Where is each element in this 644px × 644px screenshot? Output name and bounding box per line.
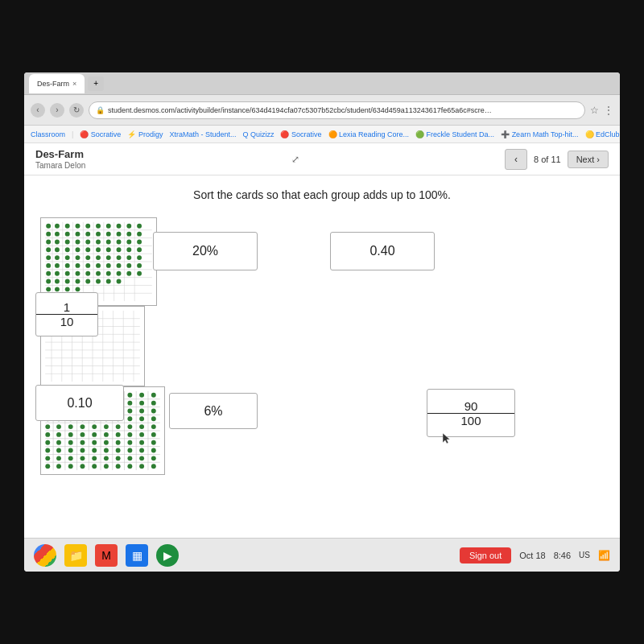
bookmark-edclub[interactable]: 🟡 EdClub xyxy=(585,130,620,138)
bookmark-lexia[interactable]: 🟠 Lexia Reading Core... xyxy=(328,130,410,138)
browser-bar: ‹ › ↻ 🔒 student.desmos.com/activitybuild… xyxy=(24,95,620,126)
card-fraction-1-10[interactable]: 1 10 xyxy=(35,292,98,336)
svg-point-237 xyxy=(80,464,85,469)
svg-point-73 xyxy=(85,263,90,268)
svg-point-97 xyxy=(46,287,51,291)
svg-point-52 xyxy=(76,247,80,252)
svg-point-27 xyxy=(126,224,131,229)
svg-point-46 xyxy=(117,240,122,245)
svg-point-57 xyxy=(126,247,131,252)
svg-point-92 xyxy=(76,279,80,284)
svg-point-189 xyxy=(104,424,109,429)
svg-point-211 xyxy=(127,440,132,445)
app-nav: ‹ 8 of 11 Next › xyxy=(505,149,609,170)
svg-point-204 xyxy=(45,440,50,445)
bookmarks-bar: Classroom | 🔴 Socrative ⚡ Prodigy XtraMa… xyxy=(24,126,620,143)
svg-point-58 xyxy=(137,247,142,252)
svg-point-186 xyxy=(68,424,73,429)
svg-point-229 xyxy=(104,456,109,460)
svg-point-100 xyxy=(76,287,80,291)
card-0-40[interactable]: 0.40 xyxy=(330,232,435,270)
bookmark-freckle[interactable]: 🟢 Freckle Student Da... xyxy=(415,130,494,138)
bookmark-prodigy[interactable]: ⚡ Prodigy xyxy=(127,130,163,138)
app-title-area: Des-Farm Tamara Delon xyxy=(35,148,85,170)
svg-point-31 xyxy=(65,232,70,237)
svg-point-206 xyxy=(68,440,73,445)
svg-point-36 xyxy=(117,232,122,237)
svg-point-196 xyxy=(68,432,73,437)
prev-page-button[interactable]: ‹ xyxy=(505,149,527,170)
svg-point-35 xyxy=(106,232,111,237)
svg-point-193 xyxy=(151,424,156,429)
active-tab[interactable]: Des-Farm × xyxy=(29,74,85,93)
bookmark-quizizz[interactable]: Q Quizizz xyxy=(242,130,274,138)
svg-point-69 xyxy=(46,263,51,268)
next-page-button[interactable]: Next › xyxy=(568,151,609,168)
svg-point-218 xyxy=(92,448,97,453)
svg-point-194 xyxy=(45,432,50,437)
svg-point-232 xyxy=(139,456,144,460)
svg-point-20 xyxy=(55,224,60,229)
svg-point-89 xyxy=(46,279,51,284)
svg-point-236 xyxy=(68,464,73,469)
svg-point-28 xyxy=(137,224,142,229)
card-0-10[interactable]: 0.10 xyxy=(35,385,124,421)
svg-point-202 xyxy=(139,432,144,437)
files-icon[interactable]: 📁 xyxy=(64,544,87,567)
app-subtitle: Tamara Delon xyxy=(35,161,85,170)
fraction-denominator: 10 xyxy=(36,315,97,328)
svg-point-93 xyxy=(85,279,90,284)
svg-point-59 xyxy=(46,255,51,260)
play-icon[interactable]: ▶ xyxy=(156,544,179,567)
svg-point-234 xyxy=(45,464,50,469)
svg-point-220 xyxy=(116,448,121,453)
page-indicator: 8 of 11 xyxy=(534,155,561,164)
url-text: student.desmos.com/activitybuilder/insta… xyxy=(108,106,494,114)
more-icon[interactable]: ⋮ xyxy=(604,105,613,116)
bookmark-socrative2[interactable]: 🔴 Socrative xyxy=(280,130,321,138)
svg-point-199 xyxy=(104,432,109,437)
svg-point-231 xyxy=(127,456,132,460)
tab-close-icon[interactable]: × xyxy=(72,80,76,88)
svg-point-78 xyxy=(137,263,142,268)
forward-button[interactable]: › xyxy=(50,103,64,118)
svg-point-233 xyxy=(151,456,156,460)
card-fraction-90-100[interactable]: 90 100 xyxy=(427,389,515,437)
bookmark-classroom[interactable]: Classroom xyxy=(31,130,65,138)
reload-button[interactable]: ↻ xyxy=(69,103,84,118)
expand-icon[interactable]: ⤢ xyxy=(291,154,299,165)
svg-point-197 xyxy=(80,432,85,437)
svg-point-80 xyxy=(55,271,60,276)
svg-point-49 xyxy=(46,247,51,252)
card-6-percent[interactable]: 6% xyxy=(169,393,258,429)
svg-point-94 xyxy=(96,279,101,284)
mail-icon[interactable]: M xyxy=(95,544,118,567)
svg-point-60 xyxy=(55,255,60,260)
new-tab-button[interactable]: + xyxy=(88,76,104,91)
svg-point-216 xyxy=(68,448,73,453)
back-button[interactable]: ‹ xyxy=(31,103,45,118)
svg-point-37 xyxy=(126,232,131,237)
svg-point-82 xyxy=(76,271,80,276)
svg-point-242 xyxy=(139,464,144,469)
svg-point-217 xyxy=(80,448,85,453)
svg-point-163 xyxy=(151,401,156,406)
bookmark-zearn[interactable]: ➕ Zearn Math Top-hit... xyxy=(501,130,578,138)
bookmark-socrative[interactable]: 🔴 Socrative xyxy=(80,130,121,138)
svg-point-208 xyxy=(92,440,97,445)
bookmark-icon[interactable]: ☆ xyxy=(590,105,599,116)
sign-out-button[interactable]: Sign out xyxy=(460,547,511,564)
svg-point-201 xyxy=(127,432,132,437)
svg-point-76 xyxy=(117,263,122,268)
chrome-icon[interactable] xyxy=(34,544,56,567)
docs-icon[interactable]: ▦ xyxy=(126,544,148,567)
url-bar[interactable]: 🔒 student.desmos.com/activitybuilder/ins… xyxy=(89,101,585,119)
card-20-percent[interactable]: 20% xyxy=(153,232,258,270)
svg-point-91 xyxy=(65,279,70,284)
svg-point-25 xyxy=(106,224,111,229)
svg-point-85 xyxy=(106,271,111,276)
bookmark-xtramath[interactable]: XtraMath - Student... xyxy=(169,130,236,138)
svg-point-162 xyxy=(139,401,144,406)
svg-point-83 xyxy=(85,271,90,276)
svg-point-86 xyxy=(117,271,122,276)
